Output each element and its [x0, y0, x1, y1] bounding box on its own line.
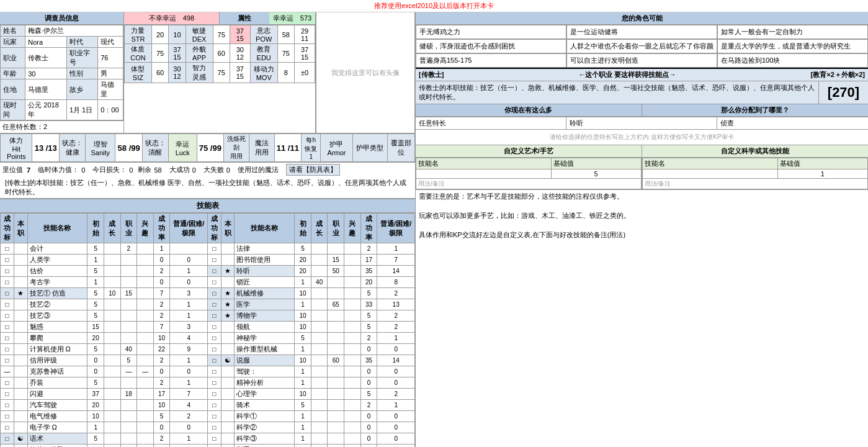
val-clock: 0：00 — [98, 100, 123, 120]
col-rate1: 成功率 — [153, 214, 170, 243]
left-rate-5: 2 — [153, 299, 170, 310]
left-job-2 — [120, 266, 137, 277]
distrib-label-detect: 侦查 — [717, 117, 868, 129]
left-check-1: □ — [1, 255, 14, 266]
left-levels-3: 0 — [170, 277, 208, 288]
left-name-0: 会计 — [27, 243, 87, 255]
right-grow-4 — [311, 288, 328, 299]
col-levels2: 普通/困难/极限 — [377, 214, 415, 243]
base-val: 7 — [27, 166, 30, 174]
right-name-5: 医学 — [235, 299, 295, 310]
left-base-5: 5 — [87, 299, 104, 310]
left-rate-6: 2 — [153, 310, 170, 322]
left-rate-1: 0 — [153, 255, 170, 266]
right-levels-17: 0 — [377, 433, 415, 445]
left-rate-11: 0 — [153, 366, 170, 377]
left-base-13: 37 — [87, 389, 104, 400]
right-levels-9: 0 — [377, 344, 415, 355]
left-job-11: — — [120, 366, 137, 377]
left-rate-0: 1 — [153, 243, 170, 255]
left-check-11: — — [1, 366, 14, 377]
right-job-12 — [328, 377, 344, 389]
left-main-2 — [14, 266, 27, 277]
left-name-9: 计算机使用 Ω — [27, 344, 87, 355]
right-check-11: □ — [207, 366, 221, 377]
col-name1: 技能名称 — [27, 214, 87, 243]
right-name-2: 聆听 — [235, 266, 295, 277]
left-name-3: 考古学 — [27, 277, 87, 288]
col-rate2: 成功率 — [360, 214, 377, 243]
right-levels-16: 0 — [377, 422, 415, 433]
left-name-14: 汽车驾驶 — [27, 400, 87, 411]
left-base-1: 1 — [87, 255, 104, 266]
notes-text2: 玩家也可以添加更多手艺，比如：游戏、木工、油漆工、铁匠之类的。 — [419, 211, 865, 220]
left-rate-13: 17 — [153, 389, 170, 400]
col-main2: 本职 — [221, 214, 235, 243]
right-levels-3: 8 — [377, 277, 415, 288]
attr-edu-halves: 3715 — [295, 44, 315, 63]
right-job-1: 15 — [328, 255, 344, 266]
occupation-desc: 传教士的本职技能：技艺（任一）、急救、机械维修、医学、自然、一项社交技能（魅惑、… — [416, 81, 818, 104]
left-grow-3 — [104, 277, 120, 288]
label-era: 时代 — [66, 37, 97, 48]
left-hobby-10 — [137, 355, 154, 366]
right-levels-13: 2 — [377, 389, 415, 400]
right-check-10: □ — [207, 355, 221, 366]
left-main-15 — [14, 411, 27, 422]
role-cell-6: 普遍身高155-175 — [416, 53, 566, 68]
luck-label: 幸运Luck — [168, 134, 197, 162]
left-grow-4: 10 — [104, 288, 120, 299]
right-grow-12 — [311, 377, 328, 389]
left-base-14: 20 — [87, 400, 104, 411]
left-main-10 — [14, 355, 27, 366]
custom-sci-name-val — [642, 169, 777, 179]
attr-app-val: 60 — [213, 44, 230, 63]
attr-dex-halves: 3715 — [230, 25, 250, 44]
label-jobnum: 职业字号 — [66, 48, 97, 68]
val-job: 传教士 — [25, 48, 67, 68]
left-name-15: 电气维修 — [27, 411, 87, 422]
right-rate-3: 20 — [360, 277, 377, 288]
right-levels-11: 0 — [377, 366, 415, 377]
label-player: 玩家 — [1, 37, 25, 48]
right-name-11: 驾驶： — [235, 366, 295, 377]
right-name-0: 法律 — [235, 243, 295, 255]
label-job: 职业 — [1, 48, 25, 68]
armor-btn[interactable]: 请看【防具表】 — [286, 164, 340, 176]
left-name-1: 人类学 — [27, 255, 87, 266]
right-rate-12: 0 — [360, 377, 377, 389]
right-rate-13: 5 — [360, 389, 377, 400]
skills-header: 技能表 — [0, 199, 415, 213]
right-base-12: 1 — [295, 377, 311, 389]
right-base-15: 1 — [295, 411, 311, 422]
left-levels-12: 1 — [170, 377, 208, 389]
left-grow-0 — [104, 243, 120, 255]
role-cell-4: 人群之中谁也不会着你一眼之后就忘不了你容颜 — [566, 39, 717, 53]
left-grow-17 — [104, 433, 120, 445]
left-base-12: 5 — [87, 377, 104, 389]
left-hobby-18 — [137, 445, 154, 448]
left-rate-4: 7 — [153, 288, 170, 299]
right-hobby-7 — [344, 322, 361, 333]
left-name-16: 电子学 Ω — [27, 422, 87, 433]
sanity-value: 58 /99 — [115, 134, 143, 162]
right-job-14 — [328, 400, 344, 411]
label-time: 现时间 — [1, 100, 25, 120]
left-grow-11 — [104, 366, 120, 377]
right-check-7: □ — [207, 322, 221, 333]
left-levels-9: 9 — [170, 344, 208, 355]
right-grow-3: 40 — [311, 277, 328, 288]
left-levels-18: 10 — [170, 445, 208, 448]
right-grow-8 — [311, 333, 328, 344]
remain-val: 58 — [154, 166, 161, 174]
left-rate-7: 7 — [153, 322, 170, 333]
right-job-11 — [328, 366, 344, 377]
left-base-10: 0 — [87, 355, 104, 366]
portrait-placeholder: 我觉得这里可以有头像 — [331, 68, 400, 78]
right-hobby-16 — [344, 422, 361, 433]
right-hobby-17 — [344, 433, 361, 445]
right-name-8: 神秘学 — [235, 333, 295, 344]
left-grow-15 — [104, 411, 120, 422]
attr-con-val: 75 — [151, 44, 168, 63]
left-grow-10 — [104, 355, 120, 366]
